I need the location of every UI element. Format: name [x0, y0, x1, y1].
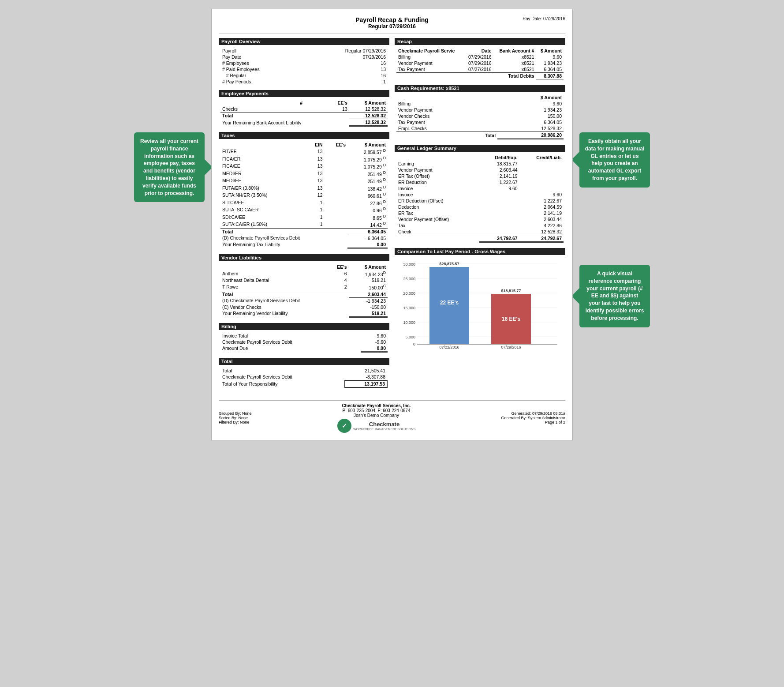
- svg-text:16 EE's: 16 EE's: [501, 316, 520, 322]
- checkmate-logo-text: Checkmate WORKFORCE MANAGEMENT SOLUTIONS: [353, 421, 415, 431]
- col-header: #: [284, 100, 304, 106]
- table-row: Northeast Delta Dental4519.21: [220, 277, 388, 283]
- remaining-row: Your Remaining Vendor Liability 519.21: [220, 310, 388, 317]
- left-col: Payroll Overview Payroll Regular 07/29/2…: [219, 38, 389, 393]
- col-header: [220, 142, 305, 148]
- cash-requirements-table: $ Amount Billing9.60 Vendor Payment1,934…: [396, 94, 564, 139]
- svg-text:0: 0: [413, 342, 415, 346]
- callout-left: Review all your current payroll finance …: [134, 132, 205, 202]
- table-row: FICA/EE131,075.29 D: [220, 162, 388, 170]
- payroll-overview-header: Payroll Overview: [219, 38, 389, 45]
- invoice-row: Invoice Total 9.60: [220, 333, 388, 339]
- total-row: Total 21,505.41: [220, 368, 387, 374]
- table-row: Billing9.60: [396, 101, 564, 107]
- table-row: Vendor Payment1,934.23: [396, 107, 564, 113]
- table-row: FIT/EE132,859.57 D: [220, 148, 388, 155]
- col-header: [220, 100, 284, 106]
- invoice-amount: 9.60: [361, 333, 388, 339]
- cash-requirements-section: Cash Requirements: x8521 $ Amount Billin…: [395, 85, 565, 140]
- doc-subtitle: Regular 07/29/2016: [219, 23, 565, 30]
- table-row: Vendor Payment (Offset)2,603.44: [396, 216, 564, 222]
- row-label: # Regular: [220, 72, 301, 79]
- total-row: Total 2,603.44: [220, 291, 388, 297]
- doc-header: Pay Date: 07/29/2016 Payroll Recap & Fun…: [219, 16, 565, 34]
- payroll-overview-table: Payroll Regular 07/29/2016 Pay Date 07/2…: [220, 48, 388, 85]
- chart-area: 30,000 25,000 20,000 15,000 10,000 5,000…: [395, 257, 565, 350]
- table-row: Billing07/29/2016x85219.60: [396, 54, 564, 60]
- table-row: MEDI/EE13251.49 D: [220, 177, 388, 184]
- checks-row: (C) Vendor Checks -150.00: [220, 304, 388, 310]
- row-label: Pay Date: [220, 54, 301, 60]
- table-row: Earning18,815.77: [396, 161, 564, 167]
- table-row: Vendor Payment07/29/2016x85211,934.23: [396, 60, 564, 66]
- vendor-liabilities-section: Vendor Liabilities EE's $ Amount: [219, 254, 389, 319]
- row-label: Checks: [220, 106, 284, 113]
- col-header: EE's: [325, 142, 348, 148]
- grouped-by: Grouped By: None: [219, 411, 252, 416]
- recap-table: Checkmate Payroll Servic Date Bank Accou…: [396, 48, 564, 79]
- document-footer: Grouped By: None Sorted By: None Filtere…: [219, 400, 565, 433]
- debit-row: Checkmate Payroll Services Debit -8,307.…: [220, 374, 387, 380]
- bar-chart: 30,000 25,000 20,000 15,000 10,000 5,000…: [399, 260, 562, 349]
- table-row: ER Tax2,141.19: [396, 210, 564, 216]
- table-header-row: Debit/Exp. Credit/Liab.: [396, 154, 564, 161]
- company-phone: P: 603-225-2004, F: 603-224-0674: [337, 408, 415, 413]
- responsibility-row: Total of Your Responsibility 13,197.53: [220, 380, 387, 387]
- taxes-header: Taxes: [219, 132, 389, 139]
- row-label: Payroll: [220, 48, 301, 54]
- invoice-label: Invoice Total: [220, 333, 361, 339]
- table-row: ER Deduction (Offset)1,222.67: [396, 198, 564, 204]
- total-row: Total 20,986.20: [396, 132, 564, 139]
- total-label: Total: [220, 113, 349, 119]
- row-value: 13: [301, 66, 388, 72]
- recap-section: Recap Checkmate Payroll Servic Date Bank…: [395, 38, 565, 80]
- table-header-row: EIN EE's $ Amount: [220, 142, 388, 148]
- debit-row: Checkmate Payroll Services Debit -9.60: [220, 339, 388, 345]
- row-value: 07/29/2016: [301, 54, 388, 60]
- table-row: ER Deduction1,222.67: [396, 179, 564, 185]
- svg-text:30,000: 30,000: [403, 262, 415, 267]
- table-row: # Employees 16: [220, 60, 388, 66]
- total-row: Total 12,528.32: [220, 113, 388, 119]
- footer-right: Generated: 07/29/2016 08:31a Generated B…: [501, 411, 565, 424]
- table-row: SUTA:NH/ER (3.50%)12660.61 D: [220, 191, 388, 199]
- callout-right-top: Easily obtain all your data for making m…: [579, 132, 650, 188]
- billing-table: Invoice Total 9.60 Checkmate Payroll Ser…: [220, 333, 388, 353]
- table-header-row: EE's $ Amount: [220, 264, 388, 270]
- svg-text:$18,815.77: $18,815.77: [501, 289, 521, 293]
- employee-payments-header: Employee Payments: [219, 90, 389, 97]
- callout-right-bottom: A quick visual reference comparing your …: [579, 265, 650, 327]
- due-label: Amount Due: [220, 345, 361, 352]
- recap-header: Recap: [395, 38, 565, 45]
- col-header: $ Amount: [347, 142, 388, 148]
- table-row: ER Tax (Offset)2,141.19: [396, 173, 564, 179]
- row-value: 1: [301, 79, 388, 85]
- due-row: Amount Due 0.00: [220, 345, 388, 352]
- table-row: Deduction2,064.59: [396, 204, 564, 210]
- row-amount: 12,528.32: [349, 106, 388, 113]
- right-col: Recap Checkmate Payroll Servic Date Bank…: [395, 38, 565, 393]
- total-header: Total: [219, 358, 389, 365]
- responsibility-amount: 13,197.53: [345, 380, 387, 387]
- table-header-row: $ Amount: [396, 94, 564, 101]
- due-amount: 0.00: [361, 345, 388, 352]
- demo-company: Josh's Demo Company: [337, 413, 415, 418]
- footer-center: Checkmate Payroll Services, Inc. P: 603-…: [337, 403, 415, 433]
- debit-row: (D) Checkmate Payroll Services Debit -6,…: [220, 235, 388, 241]
- total-row: Total 6,364.05: [220, 228, 388, 235]
- table-row: T Rowe2150.00C: [220, 283, 388, 291]
- table-header-row: Checkmate Payroll Servic Date Bank Accou…: [396, 48, 564, 54]
- document: Pay Date: 07/29/2016 Payroll Recap & Fun…: [211, 9, 573, 440]
- total-amount: 21,505.41: [345, 368, 387, 374]
- employee-payments-section: Employee Payments # EE's $ Amount: [219, 90, 389, 128]
- debit-row: (D) Checkmate Payroll Services Debit -1,…: [220, 297, 388, 304]
- taxes-content: EIN EE's $ Amount FIT/EE132,859.57 D FIC…: [219, 141, 389, 250]
- row-value: 16: [301, 60, 388, 66]
- gl-total-row: 24,792.67 24,792.67: [396, 235, 564, 242]
- billing-header: Billing: [219, 323, 389, 330]
- debit-label: Checkmate Payroll Services Debit: [220, 339, 361, 345]
- svg-text:07/29/2016: 07/29/2016: [501, 345, 521, 349]
- svg-text:10,000: 10,000: [403, 320, 415, 325]
- table-row: Invoice9.60: [396, 191, 564, 198]
- table-row: Vendor Checks150.00: [396, 113, 564, 119]
